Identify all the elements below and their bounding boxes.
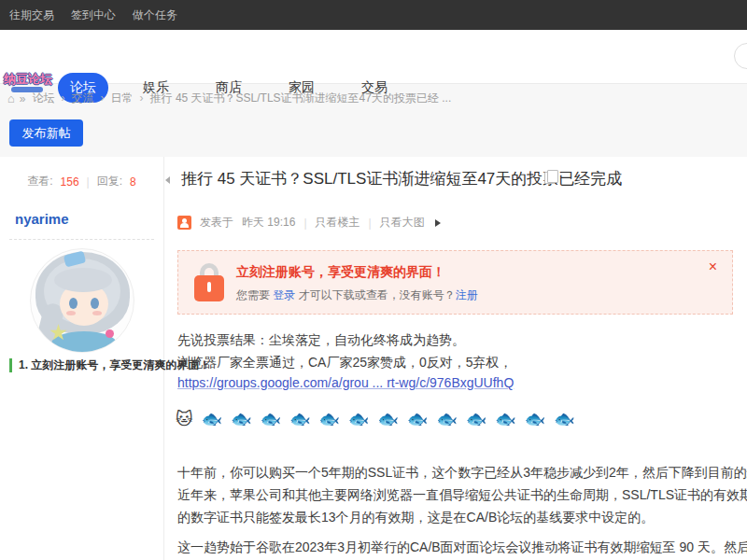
avatar-art: [69, 298, 78, 309]
alert-body: 您需要 登录 才可以下载或查看，没有账号？注册: [236, 287, 478, 303]
only-images-link[interactable]: 只看大图: [380, 215, 425, 231]
avatar-art: [91, 298, 99, 309]
topbar-link[interactable]: 签到中心: [71, 7, 116, 23]
post-meta: 发表于 昨天 19:16 | 只看楼主 | 只看大图: [177, 215, 441, 231]
breadcrumb-item[interactable]: 日常: [94, 91, 134, 106]
breadcrumb-item[interactable]: 交流: [55, 91, 94, 106]
breadcrumb-separator: »: [20, 92, 26, 105]
avatar-art: [106, 329, 114, 338]
topbar-link[interactable]: 往期交易: [9, 7, 54, 23]
replies-label: 回复:: [97, 174, 122, 189]
next-arrow-icon[interactable]: [435, 219, 441, 227]
topbar: 往期交易签到中心做个任务: [0, 0, 747, 30]
close-icon[interactable]: ×: [709, 259, 717, 274]
new-post-button[interactable]: 发布新帖: [9, 119, 83, 147]
register-link[interactable]: 注册: [456, 288, 478, 301]
author-avatar[interactable]: [30, 248, 134, 353]
views-label: 查看:: [27, 174, 52, 189]
avatar-art: [54, 268, 112, 292]
meta-separator: |: [369, 217, 372, 230]
thread-panel: 查看: 156 | 回复: 8 nyarime 1. 立刻注册账号，享受更清爽的…: [0, 157, 747, 560]
avatar-art: [66, 311, 76, 315]
breadcrumb: ⌂ » 论坛交流日常推行 45 天证书？SSL/TLS证书渐进缩短至47天的投票…: [7, 91, 451, 106]
navbar: 纳豆论坛 论坛娱乐商店家园交易: [0, 30, 747, 84]
lock-icon: [194, 263, 224, 302]
topbar-link[interactable]: 做个任务: [133, 7, 177, 23]
post-paragraph: 这一趋势始于谷歌在2023年3月初举行的CA/B面对面论坛会议推动将证书有效期缩…: [177, 539, 747, 556]
only-author-link[interactable]: 只看楼主: [316, 215, 360, 231]
collapse-sidebar-arrow-icon[interactable]: [165, 176, 170, 184]
poster-avatar-icon: [177, 216, 191, 230]
views-count: 156: [61, 175, 79, 189]
post-paragraph: 十年前，你可以购买一个5年期的SSL证书，这个数字已经从3年稳步减少到2年，然后…: [177, 465, 747, 482]
post-paragraph: 先说投票结果：尘埃落定，自动化终将成为趋势。: [177, 332, 465, 349]
copy-title-icon[interactable]: [544, 172, 555, 184]
home-icon[interactable]: ⌂: [7, 91, 15, 105]
breadcrumb-item[interactable]: 推行 45 天证书？SSL/TLS证书渐进缩短至47天的投票已经 ...: [134, 91, 452, 106]
posted-time: 昨天 19:16: [242, 215, 295, 231]
emoji-row: 🐱 🐟 🐟 🐟 🐟 🐟 🐟 🐟 🐟 🐟 🐟 🐟 🐟 🐟: [176, 409, 577, 429]
nav-user-avatar[interactable]: [734, 43, 747, 69]
site-logo-text: 纳豆论坛: [4, 73, 58, 86]
meta-separator: |: [303, 217, 306, 230]
alert-headline: 立刻注册账号，享受更清爽的界面！: [236, 264, 445, 281]
stats-separator: |: [87, 175, 90, 189]
post-paragraph: 近年来，苹果公司和其他主要网络浏览器一直倡导缩短公共证书的生命周期，SSL/TL…: [177, 487, 747, 504]
topbar-links: 往期交易签到中心做个任务: [9, 0, 177, 30]
breadcrumb-item[interactable]: 论坛: [33, 91, 55, 106]
post-paragraph: 的数字证书只能签发最长13个月的有效期，这是在CA/B论坛的基线要求中设定的。: [177, 510, 654, 526]
post-paragraph: 浏览器厂家全票通过，CA厂家25家赞成，0反对，5弃权，: [177, 355, 513, 371]
post-url-link[interactable]: https://groups.google.com/a/grou ... rt-…: [177, 375, 514, 390]
avatar-art: [92, 311, 102, 315]
replies-count: 8: [130, 175, 136, 189]
posted-label: 发表于: [200, 215, 233, 231]
thread-stats: 查看: 156 | 回复: 8: [0, 174, 163, 189]
author-username[interactable]: nyarime: [15, 211, 69, 227]
register-alert: 立刻注册账号，享受更清爽的界面！ 您需要 登录 才可以下载或查看，没有账号？注册…: [177, 250, 733, 315]
forum-page: 往期交易签到中心做个任务 纳豆论坛 论坛娱乐商店家园交易 ⌂ » 论坛交流日常推…: [0, 0, 747, 560]
sidebar-dashed-divider: [9, 239, 154, 240]
breadcrumb-items: 论坛交流日常推行 45 天证书？SSL/TLS证书渐进缩短至47天的投票已经 .…: [33, 91, 452, 106]
sidebar-note-bar: [9, 358, 12, 372]
login-link[interactable]: 登录: [273, 288, 295, 301]
